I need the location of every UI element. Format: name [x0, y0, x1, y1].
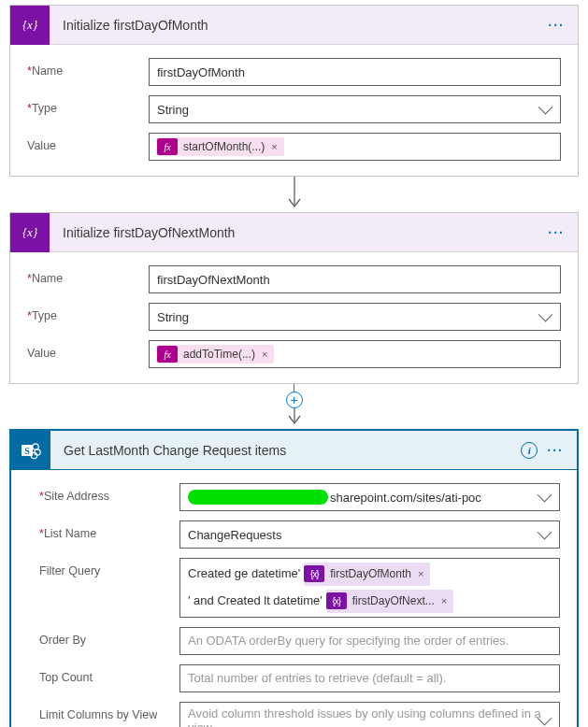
card-title: Initialize firstDayOfMonth [50, 18, 548, 33]
card-body: *Name firstDayOfMonth *Type String Value… [10, 45, 578, 176]
select-list-name[interactable]: ChangeRequests [179, 520, 560, 549]
remove-pill-icon[interactable]: × [259, 349, 270, 360]
info-icon[interactable]: i [521, 442, 538, 459]
action-card-get-items: S Get LastMonth Change Request items i ·… [9, 429, 579, 727]
input-top-count[interactable]: Total number of entries to retrieve (def… [179, 664, 560, 692]
fx-expression-pill[interactable]: fx startOfMonth(...) × [157, 137, 284, 156]
label-site-address: *Site Address [39, 483, 179, 504]
sharepoint-icon: S [11, 431, 50, 470]
input-value[interactable]: fx addToTime(...) × [149, 340, 561, 368]
redacted-region [188, 490, 328, 505]
input-order-by[interactable]: An ODATA orderBy query for specifying th… [179, 627, 560, 655]
label-list-name: *List Name [39, 520, 179, 541]
connector-arrow [9, 177, 579, 212]
label-type: *Type [27, 95, 149, 116]
label-value: Value [27, 133, 149, 153]
card-title: Initialize firstDayOfNextMonth [50, 225, 548, 240]
label-name: *Name [27, 58, 149, 78]
svg-text:{x}: {x} [22, 225, 38, 239]
variables-icon: {x} [10, 213, 50, 252]
select-type[interactable]: String [149, 95, 561, 123]
remove-pill-icon[interactable]: × [268, 141, 280, 152]
label-filter-query: Filter Query [39, 558, 179, 578]
action-card-initialize-firstdayofmonth: {x} Initialize firstDayOfMonth ··· *Name… [9, 5, 579, 177]
add-action-button[interactable]: + [286, 392, 303, 408]
input-name[interactable]: firstDayOfNextMonth [149, 265, 561, 293]
label-top-count: Top Count [39, 664, 179, 685]
fx-icon: fx [157, 138, 178, 155]
remove-pill-icon[interactable]: × [438, 592, 450, 611]
svg-text:S: S [24, 445, 30, 455]
variable-pill-firstdayofmonth[interactable]: {x} firstDayOfMonth × [304, 563, 430, 586]
card-body: *Name firstDayOfNextMonth *Type String V… [10, 252, 578, 383]
variable-icon: {x} [326, 592, 347, 609]
more-icon[interactable]: ··· [547, 443, 564, 458]
label-name: *Name [27, 265, 149, 286]
select-site-address[interactable]: sharepoint.com/sites/ati-poc [179, 483, 560, 511]
fx-expression-pill[interactable]: fx addToTime(...) × [157, 345, 274, 364]
input-name[interactable]: firstDayOfMonth [149, 58, 561, 86]
fx-icon: fx [157, 346, 178, 363]
card-header[interactable]: S Get LastMonth Change Request items i ·… [11, 431, 577, 470]
connector-arrow: + [9, 384, 579, 429]
svg-text:{x}: {x} [22, 18, 38, 32]
card-body: *Site Address sharepoint.com/sites/ati-p… [11, 470, 577, 727]
select-type[interactable]: String [149, 303, 561, 331]
input-value[interactable]: fx startOfMonth(...) × [149, 133, 561, 161]
label-value: Value [27, 340, 149, 361]
input-filter-query[interactable]: Created ge datetime' {x} firstDayOfMonth… [179, 558, 560, 618]
variable-icon: {x} [304, 565, 324, 582]
label-order-by: Order By [39, 627, 179, 648]
card-header[interactable]: {x} Initialize firstDayOfNextMonth ··· [10, 213, 578, 252]
more-icon[interactable]: ··· [548, 18, 565, 33]
card-title: Get LastMonth Change Request items [50, 443, 521, 458]
action-card-initialize-firstdayofnextmonth: {x} Initialize firstDayOfNextMonth ··· *… [9, 212, 579, 384]
label-limit-columns: Limit Columns by View [39, 702, 179, 722]
label-type: *Type [27, 303, 149, 323]
select-limit-columns[interactable]: Avoid column threshold issues by only us… [179, 702, 560, 727]
more-icon[interactable]: ··· [548, 225, 565, 240]
site-address-value: sharepoint.com/sites/ati-poc [330, 491, 481, 505]
variable-pill-firstdayofnext[interactable]: {x} firstDayOfNext... × [326, 590, 453, 613]
card-header[interactable]: {x} Initialize firstDayOfMonth ··· [10, 6, 578, 45]
remove-pill-icon[interactable]: × [415, 564, 426, 584]
variables-icon: {x} [10, 6, 50, 45]
